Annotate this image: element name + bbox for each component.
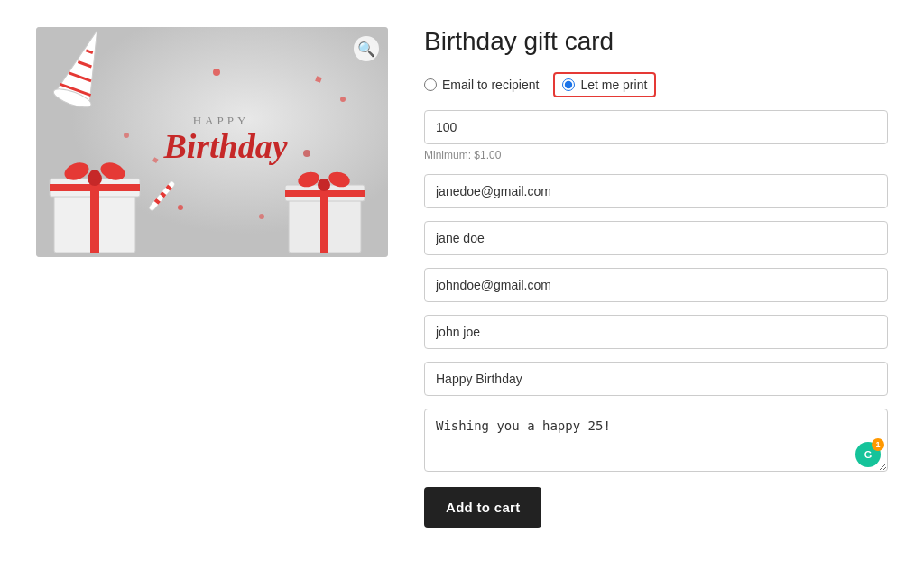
message-group: G 1 [424,409,888,474]
svg-rect-19 [285,190,365,197]
grammarly-circle: G 1 [855,442,881,467]
svg-point-30 [124,133,129,138]
zoom-icon[interactable]: 🔍 [354,36,379,61]
svg-text:HAPPY: HAPPY [193,114,250,127]
svg-point-33 [259,214,264,219]
svg-point-32 [178,205,183,210]
add-to-cart-button[interactable]: Add to cart [424,487,541,528]
recipient-name-input[interactable] [424,221,888,255]
print-option[interactable]: Let me print [553,72,656,97]
svg-point-28 [213,69,220,76]
add-to-cart-wrapper: Add to cart [424,487,888,528]
sender-name-input[interactable] [424,315,888,349]
email-option-label: Email to recipient [442,78,539,92]
sender-email-input[interactable] [424,268,888,302]
svg-text:Birthday: Birthday [162,127,287,165]
amount-group: Minimum: $1.00 [424,110,888,161]
grammarly-badge: 1 [872,438,884,451]
sender-name-group [424,315,888,349]
email-option[interactable]: Email to recipient [424,78,539,92]
print-radio[interactable] [562,78,575,91]
print-option-label: Let me print [580,78,647,92]
svg-point-15 [89,170,100,180]
gift-card-image: HAPPY Birthday 🔍 [36,27,388,257]
recipient-email-input[interactable] [424,174,888,208]
amount-hint: Minimum: $1.00 [424,149,888,161]
email-radio[interactable] [424,78,437,91]
recipient-email-group [424,174,888,208]
svg-point-31 [303,150,310,157]
subject-group [424,362,888,396]
amount-input[interactable] [424,110,888,144]
product-title: Birthday gift card [424,27,888,56]
recipient-name-group [424,221,888,255]
sender-email-group [424,268,888,302]
subject-input[interactable] [424,362,888,396]
message-wrapper: G 1 [424,409,888,474]
product-image-panel: HAPPY Birthday 🔍 [36,27,388,528]
svg-point-29 [340,97,346,102]
delivery-options: Email to recipient Let me print [424,72,888,97]
message-textarea[interactable] [424,409,888,472]
grammarly-icon: G 1 [855,442,881,467]
svg-point-23 [319,179,328,188]
product-form-panel: Birthday gift card Email to recipient Le… [424,27,888,528]
